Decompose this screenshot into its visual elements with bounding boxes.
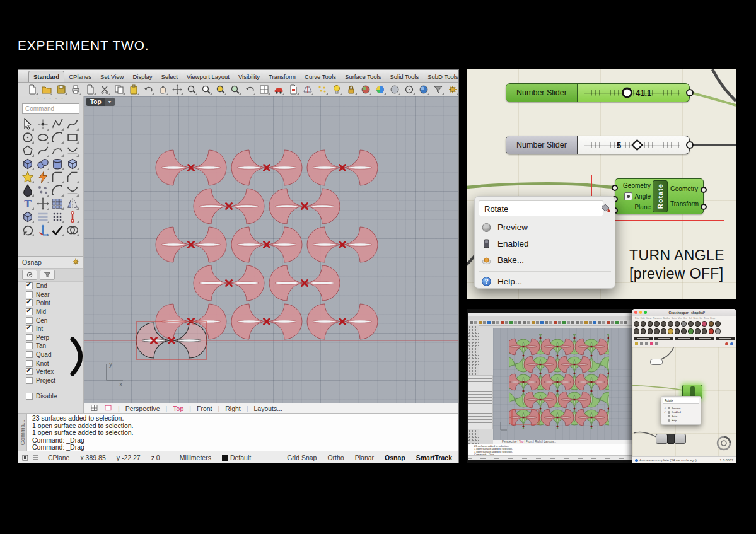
menu-item-enabled[interactable]: Enabled — [481, 236, 529, 251]
cut-scissors-icon[interactable] — [100, 84, 110, 95]
checkbox[interactable] — [26, 317, 33, 324]
raytrace-mode-icon[interactable] — [419, 84, 429, 95]
pole-icon[interactable] — [66, 211, 79, 223]
rotate-component[interactable]: Geometry Angle Plane Rotate Geometry Tra… — [615, 178, 704, 214]
mini-top-viewport[interactable] — [493, 328, 632, 440]
sidebar-grip[interactable]: · · · · · — [18, 96, 83, 102]
slider-track[interactable]: 5 — [578, 136, 689, 154]
mini-gh-component-icon[interactable] — [681, 328, 687, 334]
osnap-item-end[interactable]: ✓End — [18, 282, 83, 291]
slider-knob[interactable] — [622, 88, 632, 98]
osnap-item-int[interactable]: ✓Int — [18, 325, 83, 334]
checkbox[interactable] — [26, 291, 33, 298]
mirror-icon[interactable] — [66, 197, 79, 210]
mini-gh-component-icon[interactable] — [688, 328, 694, 334]
pattern-motif[interactable] — [583, 410, 600, 440]
viewport-tab-perspective[interactable]: Perspective — [125, 405, 160, 412]
named-view-icon[interactable] — [288, 84, 298, 95]
pattern-motif[interactable] — [156, 150, 226, 185]
boolean-icon[interactable] — [66, 224, 79, 236]
explode-star-icon[interactable] — [21, 171, 34, 183]
pattern-motif[interactable] — [194, 189, 264, 224]
flash-split-icon[interactable] — [37, 171, 49, 183]
paint-bucket-icon[interactable] — [599, 202, 613, 215]
toolbar-tab-viewport-layout[interactable]: Viewport Layout — [182, 71, 234, 82]
select-car-icon[interactable] — [274, 84, 284, 95]
circle-icon[interactable] — [21, 131, 34, 144]
mini-gh-component-icon[interactable] — [709, 328, 714, 334]
mini-gh-component-icon[interactable] — [675, 321, 680, 327]
viewport-layout-icon[interactable] — [259, 84, 269, 95]
checkbox[interactable] — [26, 334, 33, 341]
mini-gh-component-icon[interactable] — [702, 328, 707, 334]
pattern-motif[interactable] — [194, 265, 264, 301]
number-slider-count[interactable]: Number Slider 5 — [506, 136, 690, 154]
menu-item-bake[interactable]: Bake... — [481, 252, 524, 267]
surface-bend-icon[interactable] — [66, 144, 79, 157]
mini-gh-component-icon[interactable] — [681, 321, 687, 327]
minimize-icon[interactable] — [639, 311, 643, 314]
arc-blend-icon[interactable] — [66, 184, 79, 197]
gear-icon[interactable] — [72, 258, 79, 267]
export-document-icon[interactable] — [85, 84, 95, 95]
new-document-icon[interactable] — [27, 84, 37, 95]
mini-gh-component-icon[interactable] — [648, 321, 653, 327]
pattern-motif[interactable] — [515, 410, 532, 440]
pattern-motif[interactable] — [307, 150, 378, 185]
mini-gh-component-icon[interactable] — [634, 321, 639, 327]
status-ortho[interactable]: Ortho — [327, 454, 344, 461]
output-nub-transform[interactable] — [701, 204, 707, 210]
copy-icon[interactable] — [114, 84, 124, 95]
grid-points-icon[interactable] — [51, 211, 64, 223]
undo-view-icon[interactable] — [245, 84, 255, 95]
move-icon[interactable] — [37, 197, 49, 210]
checkbox[interactable] — [26, 393, 33, 400]
pattern-motif[interactable] — [307, 227, 378, 262]
pattern-motif[interactable] — [307, 304, 378, 339]
rectangle-icon[interactable] — [66, 131, 79, 144]
mini-gh-component-icon[interactable] — [654, 321, 660, 327]
status-smarttrack[interactable]: SmartTrack — [416, 454, 452, 461]
array-grid-icon[interactable] — [51, 197, 64, 210]
mini-gh-component-icon[interactable] — [648, 328, 653, 334]
viewport-layout-icon[interactable] — [90, 404, 98, 413]
shaded-mode-icon[interactable] — [361, 84, 371, 95]
toolbar-tab-select[interactable]: Select — [157, 71, 182, 82]
text-icon[interactable]: T — [21, 197, 34, 210]
top-viewport[interactable]: Top ▼ y x — [84, 96, 459, 403]
checkbox[interactable]: ✓ — [26, 282, 33, 289]
toolbar-tab-visibility[interactable]: Visibility — [234, 71, 264, 82]
command-history-tab[interactable]: Comma... — [18, 414, 27, 451]
filter-icon[interactable] — [433, 84, 443, 95]
pattern-motif[interactable] — [269, 265, 340, 301]
zoom-extents-icon[interactable] — [230, 84, 240, 95]
lock-icon[interactable] — [346, 84, 356, 95]
component-name-field[interactable]: Rotate — [479, 200, 603, 216]
toolbar-tab-display[interactable]: Display — [128, 71, 156, 82]
rendered-mode-icon[interactable] — [375, 84, 385, 95]
mini-gh-component-icon[interactable] — [709, 321, 714, 327]
print-icon[interactable] — [71, 84, 81, 95]
input-nub-geometry[interactable] — [612, 185, 618, 191]
point-cloud-icon[interactable] — [37, 184, 49, 197]
block-icon[interactable] — [21, 211, 34, 223]
osnap-filter-tab-icon[interactable] — [40, 270, 55, 280]
slider-output-nub[interactable] — [686, 141, 694, 149]
control-points-icon[interactable] — [317, 84, 327, 95]
pattern-motif[interactable] — [231, 227, 302, 262]
save-icon[interactable] — [56, 84, 66, 95]
checkbox[interactable]: ✓ — [26, 368, 33, 375]
pattern-motif[interactable] — [231, 150, 302, 185]
chevron-down-icon[interactable]: ▼ — [105, 98, 115, 106]
options-gear-icon[interactable] — [448, 84, 458, 95]
number-slider-angle[interactable]: Number Slider 41.1 — [506, 83, 690, 102]
viewport-title[interactable]: Top — [86, 98, 105, 106]
output-transform[interactable]: Transform — [670, 200, 703, 207]
fillet-icon[interactable] — [51, 171, 64, 183]
cylinder-icon[interactable] — [51, 158, 64, 170]
mini-gh-component-icon[interactable] — [661, 321, 666, 327]
curve-arrow-icon[interactable] — [51, 184, 64, 197]
checkbox[interactable]: ✓ — [26, 299, 33, 306]
status-grid-snap[interactable]: Grid Snap — [287, 454, 317, 461]
undo-icon[interactable] — [143, 84, 153, 95]
